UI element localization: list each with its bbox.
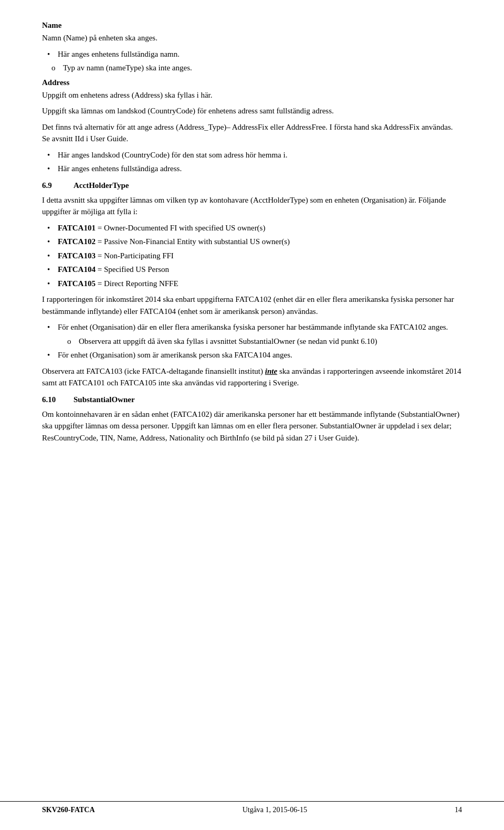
address-para3: Det finns två alternativ för att ange ad…	[42, 121, 462, 145]
fatca-code-2: FATCA103	[58, 251, 96, 260]
fatca-desc-4: = Direct Reporting NFFE	[96, 279, 178, 288]
address-bullet-list: Här anges landskod (CountryCode) för den…	[42, 149, 462, 175]
name-sub-list: Typ av namn (nameType) ska inte anges.	[42, 62, 462, 74]
footer-center: Utgåva 1, 2015-06-15	[243, 806, 307, 814]
section-69-para3-part1: Observera att FATCA103 (icke FATCA-delta…	[42, 367, 263, 375]
name-bullet-list: Här anges enhetens fullständiga namn. Ty…	[42, 48, 462, 74]
fatca-desc-1: = Passive Non-Financial Entity with subs…	[96, 237, 290, 246]
section-69-para1: I detta avsnitt ska uppgifter lämnas om …	[42, 194, 462, 218]
name-para1: Namn (Name) på enheten ska anges.	[42, 32, 462, 44]
address-bullet-2: Här anges enhetens fullständiga adress.	[42, 163, 462, 175]
footer: SKV260-FATCA Utgåva 1, 2015-06-15 14	[0, 801, 504, 814]
section-69: 6.9 AcctHolderType I detta avsnitt ska u…	[42, 181, 462, 389]
address-para2: Uppgift ska lämnas om landskod (CountryC…	[42, 105, 462, 117]
section-610-para1: Om kontoinnehavaren är en sådan enhet (F…	[42, 408, 462, 444]
section-69-sub-list: Observera att uppgift då även ska fyllas…	[58, 335, 462, 348]
section-69-title-row: 6.9 AcctHolderType	[42, 181, 462, 190]
fatca-desc-2: = Non-Participating FFI	[96, 251, 174, 260]
address-heading: Address	[42, 78, 462, 87]
section-69-bullet-1-text: För enhet (Organisation) där en eller fl…	[58, 323, 448, 331]
address-para1: Uppgift om enhetens adress (Address) ska…	[42, 89, 462, 101]
section-69-para3: Observera att FATCA103 (icke FATCA-delta…	[42, 365, 462, 389]
section-69-para3-bold: inte	[265, 367, 277, 375]
section-69-sub-1: Observera att uppgift då även ska fyllas…	[58, 335, 462, 348]
name-sub-bullet-1: Typ av namn (nameType) ska inte anges.	[42, 62, 462, 74]
address-section: Address Uppgift om enhetens adress (Addr…	[42, 78, 462, 175]
section-69-number: 6.9	[42, 181, 74, 190]
fatca-code-1: FATCA102	[58, 237, 96, 246]
fatca-code-3: FATCA104	[58, 265, 96, 274]
section-69-bullet-list: För enhet (Organisation) där en eller fl…	[42, 321, 462, 361]
section-69-bullet-2: För enhet (Organisation) som är amerikan…	[42, 349, 462, 361]
section-610: 6.10 SubstantialOwner Om kontoinnehavare…	[42, 395, 462, 444]
fatca-desc-3: = Specified US Person	[96, 265, 169, 274]
section-69-bullet-1: För enhet (Organisation) där en eller fl…	[42, 321, 462, 347]
section-69-title: AcctHolderType	[74, 181, 129, 190]
section-610-number: 6.10	[42, 395, 74, 404]
name-bullet-1: Här anges enhetens fullständiga namn.	[42, 48, 462, 60]
fatca-item-0: FATCA101 = Owner-Documented FI with spec…	[42, 222, 462, 234]
fatca-item-4: FATCA105 = Direct Reporting NFFE	[42, 278, 462, 290]
fatca-code-0: FATCA101	[58, 224, 96, 232]
fatca-desc-0: = Owner-Documented FI with specified US …	[96, 224, 266, 232]
fatca-item-1: FATCA102 = Passive Non-Financial Entity …	[42, 236, 462, 248]
content: Name Namn (Name) på enheten ska anges. H…	[42, 21, 462, 490]
address-bullet-1: Här anges landskod (CountryCode) för den…	[42, 149, 462, 161]
footer-left: SKV260-FATCA	[42, 806, 95, 814]
name-heading: Name	[42, 21, 462, 30]
fatca-code-4: FATCA105	[58, 279, 96, 288]
section-69-para2: I rapporteringen för inkomståret 2014 sk…	[42, 293, 462, 317]
footer-right: 14	[455, 806, 462, 814]
fatca-list: FATCA101 = Owner-Documented FI with spec…	[42, 222, 462, 290]
section-610-title-row: 6.10 SubstantialOwner	[42, 395, 462, 404]
page: Name Namn (Name) på enheten ska anges. H…	[0, 0, 504, 830]
fatca-item-2: FATCA103 = Non-Participating FFI	[42, 250, 462, 262]
fatca-item-3: FATCA104 = Specified US Person	[42, 264, 462, 276]
section-610-title: SubstantialOwner	[74, 395, 135, 404]
name-section: Name Namn (Name) på enheten ska anges. H…	[42, 21, 462, 74]
